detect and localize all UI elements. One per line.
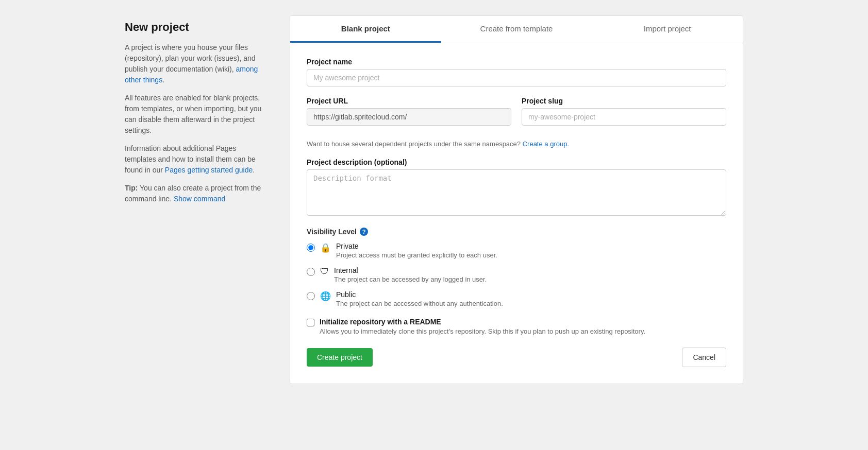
sidebar-para3: Information about additional Pages templ… bbox=[125, 143, 269, 176]
sidebar-para1: A project is where you house your files … bbox=[125, 42, 269, 85]
readme-desc: Allows you to immediately clone this pro… bbox=[320, 327, 645, 335]
page-title: New project bbox=[125, 21, 269, 34]
internal-desc: The project can be accessed by any logge… bbox=[334, 275, 487, 283]
tab-template[interactable]: Create from template bbox=[441, 16, 592, 43]
project-url-label: Project URL bbox=[307, 97, 511, 105]
readme-checkbox[interactable] bbox=[307, 319, 314, 326]
visibility-private-option: 🔒 Private Project access must be granted… bbox=[307, 242, 726, 259]
cancel-button[interactable]: Cancel bbox=[682, 348, 726, 367]
visibility-title: Visibility Level ? bbox=[307, 228, 726, 236]
internal-label: Internal bbox=[334, 266, 487, 274]
readme-label: Initialize repository with a README bbox=[320, 318, 645, 326]
create-group-link[interactable]: Create a group. bbox=[523, 140, 569, 148]
project-slug-input[interactable] bbox=[522, 108, 726, 126]
public-desc: The project can be accessed without any … bbox=[336, 300, 503, 307]
form-body: Project name Project URL Project slug Wa… bbox=[290, 43, 743, 384]
description-label: Project description (optional) bbox=[307, 158, 726, 166]
project-slug-group: Project slug bbox=[522, 97, 726, 126]
namespace-hint: Want to house several dependent projects… bbox=[307, 140, 726, 148]
sidebar: New project A project is where you house… bbox=[125, 15, 269, 384]
page-wrapper: New project A project is where you house… bbox=[125, 15, 743, 384]
private-desc: Project access must be granted explicitl… bbox=[336, 251, 497, 259]
readme-checkbox-row: Initialize repository with a README Allo… bbox=[307, 318, 726, 335]
public-label: Public bbox=[336, 290, 503, 299]
tabs: Blank project Create from template Impor… bbox=[290, 16, 743, 43]
url-slug-row: Project URL Project slug bbox=[307, 97, 726, 136]
visibility-help-icon[interactable]: ? bbox=[360, 228, 368, 236]
show-command-link[interactable]: Show command bbox=[174, 195, 225, 203]
project-name-group: Project name bbox=[307, 58, 726, 86]
lock-icon: 🔒 bbox=[320, 243, 331, 253]
visibility-section: Visibility Level ? 🔒 Private Project acc… bbox=[307, 228, 726, 307]
create-project-button[interactable]: Create project bbox=[307, 348, 373, 367]
visibility-internal-radio[interactable] bbox=[307, 268, 315, 276]
private-label: Private bbox=[336, 242, 497, 250]
sidebar-tip: Tip: You can also create a project from … bbox=[125, 183, 269, 204]
project-slug-label: Project slug bbox=[522, 97, 726, 105]
shield-icon: 🛡 bbox=[320, 267, 329, 277]
tip-label: Tip: bbox=[125, 184, 138, 192]
project-url-input[interactable] bbox=[307, 108, 511, 126]
visibility-public-option: 🌐 Public The project can be accessed wit… bbox=[307, 290, 726, 307]
visibility-private-radio[interactable] bbox=[307, 244, 315, 252]
globe-icon: 🌐 bbox=[320, 291, 331, 302]
form-actions: Create project Cancel bbox=[307, 348, 726, 367]
tab-blank[interactable]: Blank project bbox=[290, 16, 441, 43]
description-textarea[interactable] bbox=[307, 169, 726, 216]
visibility-internal-option: 🛡 Internal The project can be accessed b… bbox=[307, 266, 726, 283]
main-panel: Blank project Create from template Impor… bbox=[290, 15, 743, 384]
description-group: Project description (optional) bbox=[307, 158, 726, 217]
project-url-group: Project URL bbox=[307, 97, 511, 126]
project-name-label: Project name bbox=[307, 58, 726, 66]
project-name-input[interactable] bbox=[307, 69, 726, 86]
visibility-public-radio[interactable] bbox=[307, 292, 315, 300]
tab-import[interactable]: Import project bbox=[592, 16, 743, 43]
pages-guide-link[interactable]: Pages getting started guide bbox=[165, 166, 253, 174]
sidebar-para2: All features are enabled for blank proje… bbox=[125, 93, 269, 136]
